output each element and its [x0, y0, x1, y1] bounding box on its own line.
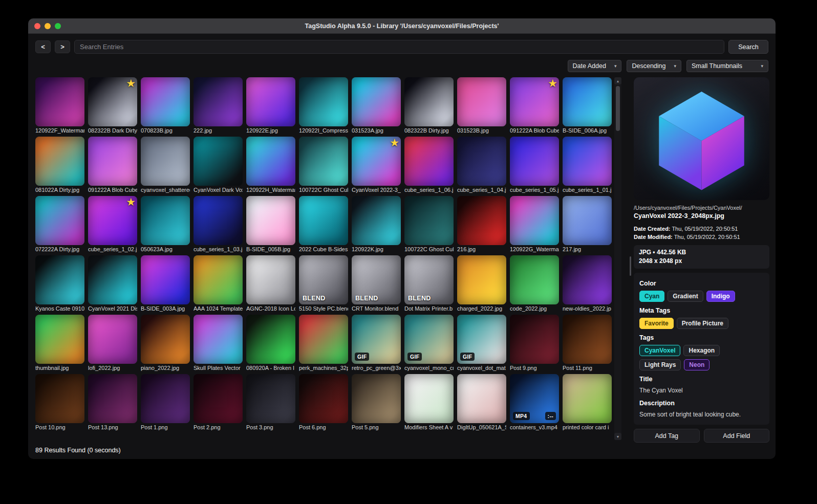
grid-item[interactable]: Post 13.png: [88, 374, 137, 431]
grid-item[interactable]: B-SIDE_005B.jpg: [246, 196, 295, 253]
grid-item[interactable]: ★cube_series_1_02.j: [88, 196, 137, 253]
grid-item[interactable]: Post 10.png: [35, 374, 84, 431]
grid-item[interactable]: 2022 Cube B-Sides: [299, 196, 348, 253]
grid-item[interactable]: CyanVoxel Dark Vox: [193, 137, 243, 194]
thumbnail-label: code_2022.jpg: [510, 304, 559, 313]
tag-pill[interactable]: Profile Picture: [677, 318, 728, 329]
grid-item[interactable]: cube_series_1_01.j: [563, 137, 612, 194]
grid-item[interactable]: Kyanos Caste 0910:: [35, 255, 84, 313]
grid-item[interactable]: 031523B.jpg: [457, 77, 506, 135]
grid-item[interactable]: 091222A Blob Cube: [88, 137, 137, 194]
grid-item[interactable]: B-SIDE_006A.jpg: [563, 77, 612, 135]
grid-item[interactable]: GIFcyanvoxel_mono_cr: [404, 315, 454, 372]
tag-pill[interactable]: Neon: [684, 359, 709, 370]
grid-item[interactable]: Post 2.png: [193, 374, 243, 431]
thumbnail: [404, 137, 454, 186]
grid-item[interactable]: Post 11.png: [563, 315, 612, 372]
grid-item[interactable]: BLEND5150 Style PC.blend: [299, 255, 348, 313]
thumbnail: ★: [88, 196, 137, 245]
grid-item[interactable]: piano_2022.jpg: [141, 315, 190, 372]
add-field-button[interactable]: Add Field: [704, 429, 770, 443]
grid-item[interactable]: Post 6.png: [299, 374, 348, 431]
grid-item[interactable]: AAA 1024 Template: [193, 255, 243, 313]
minimize-button[interactable]: [45, 23, 51, 29]
grid-item[interactable]: 050623A.jpg: [141, 196, 190, 253]
grid-item[interactable]: Skull Plates Vector: [193, 315, 243, 372]
grid-item[interactable]: 080920A - Broken I: [246, 315, 295, 372]
grid-item[interactable]: AGNC-2018 Icon Lo: [246, 255, 295, 313]
grid-item[interactable]: Modifiers Sheet A v: [404, 374, 454, 431]
grid-item[interactable]: 120922H_Watermark: [246, 137, 295, 194]
grid-item[interactable]: 120922K.jpg: [352, 196, 401, 253]
grid-item[interactable]: cube_series_1_05.j: [510, 137, 559, 194]
thumbnail: [563, 77, 612, 126]
grid-item[interactable]: Post 9.png: [510, 315, 559, 372]
zoom-button[interactable]: [55, 23, 61, 29]
tag-pill[interactable]: Gradient: [668, 291, 703, 302]
tag-pill[interactable]: Favorite: [639, 318, 674, 329]
grid-item[interactable]: Post 1.png: [141, 374, 190, 431]
scroll-down-button[interactable]: ▼: [614, 433, 621, 440]
grid-item[interactable]: MP4:--containers_v3.mp4: [510, 374, 559, 431]
scrollbar-thumb[interactable]: [616, 86, 620, 131]
grid-item[interactable]: ★091222A Blob Cube: [510, 77, 559, 135]
grid-item[interactable]: Post 5.png: [352, 374, 401, 431]
grid-item[interactable]: 217.jpg: [563, 196, 612, 253]
search-input[interactable]: [74, 40, 724, 54]
grid-item[interactable]: B-SIDE_003A.jpg: [141, 255, 190, 313]
grid-item[interactable]: 081022A Dirty.jpg: [35, 137, 84, 194]
grid-item[interactable]: 120922E.jpg: [246, 77, 295, 135]
sort-field-dropdown[interactable]: Date Added ▾: [568, 60, 622, 72]
grid-scrollbar[interactable]: ▲ ▼: [614, 77, 621, 440]
grid-item[interactable]: DigItUp_050621A_S: [457, 374, 506, 431]
thumbnail-label: 120922I_Compressed: [299, 126, 348, 135]
thumbnail: [404, 77, 454, 126]
grid-item[interactable]: Post 3.png: [246, 374, 295, 431]
tag-pill[interactable]: Cyan: [639, 291, 664, 302]
add-tag-button[interactable]: Add Tag: [634, 429, 700, 443]
grid-item[interactable]: BLENDDot Matrix Printer.b: [404, 255, 454, 313]
panel-scrollbar-thumb[interactable]: [630, 256, 631, 276]
grid-item[interactable]: new-oldies_2022.jp: [563, 255, 612, 313]
grid-item[interactable]: 070823B.jpg: [141, 77, 190, 135]
close-button[interactable]: [34, 23, 40, 29]
grid-item[interactable]: ★082322B Dark Dirty: [88, 77, 137, 135]
search-button[interactable]: Search: [728, 40, 768, 54]
sort-direction-dropdown[interactable]: Descending ▾: [627, 60, 681, 72]
tag-pill[interactable]: Indigo: [706, 291, 735, 302]
grid-item[interactable]: 100722C Ghost Cub: [404, 196, 454, 253]
grid-item[interactable]: 100722C Ghost Cub: [299, 137, 348, 194]
grid-item[interactable]: code_2022.jpg: [510, 255, 559, 313]
grid-item[interactable]: charged_2022.jpg: [457, 255, 506, 313]
tag-pill[interactable]: Light Rays: [639, 359, 681, 370]
scroll-up-button[interactable]: ▲: [614, 77, 621, 84]
grid-item[interactable]: CyanVoxel 2021 Dis: [88, 255, 137, 313]
grid-item[interactable]: ★CyanVoxel 2022-3_: [352, 137, 401, 194]
grid-item[interactable]: perk_machines_32p: [299, 315, 348, 372]
grid-item[interactable]: 120922F_Watermark: [35, 77, 84, 135]
thumbnail: [141, 255, 190, 304]
tag-pill[interactable]: Hexagon: [683, 345, 720, 356]
grid-item[interactable]: thumbnail.jpg: [35, 315, 84, 372]
grid-item[interactable]: printed color card i: [563, 374, 612, 431]
grid-item[interactable]: cube_series_1_03.j: [193, 196, 243, 253]
grid-item[interactable]: 216.jpg: [457, 196, 506, 253]
grid-item[interactable]: cube_series_1_06.j: [404, 137, 454, 194]
grid-item[interactable]: 222.jpg: [193, 77, 243, 135]
forward-button[interactable]: >: [55, 40, 70, 53]
tag-pill[interactable]: CyanVoxel: [639, 345, 680, 356]
grid-item[interactable]: 120922I_Compressed: [299, 77, 348, 135]
grid-item[interactable]: GIFretro_pc_green@3x: [352, 315, 401, 372]
grid-item[interactable]: 031523A.jpg: [352, 77, 401, 135]
thumbnail-size-dropdown[interactable]: Small Thumbnails ▾: [686, 60, 768, 72]
grid-item[interactable]: 082322B Dirty.jpg: [404, 77, 454, 135]
grid-item[interactable]: 120922G_Watermark: [510, 196, 559, 253]
grid-item[interactable]: BLENDCRT Monitor.blend: [352, 255, 401, 313]
grid-item[interactable]: GIFcyanvoxel_dot_mat: [457, 315, 506, 372]
grid-item[interactable]: cube_series_1_04.j: [457, 137, 506, 194]
back-button[interactable]: <: [35, 40, 51, 53]
grid-item[interactable]: cyanvoxel_shattered: [141, 137, 190, 194]
thumbnail: [141, 77, 190, 126]
grid-item[interactable]: 072222A Dirty.jpg: [35, 196, 84, 253]
grid-item[interactable]: lofi_2022.jpg: [88, 315, 137, 372]
